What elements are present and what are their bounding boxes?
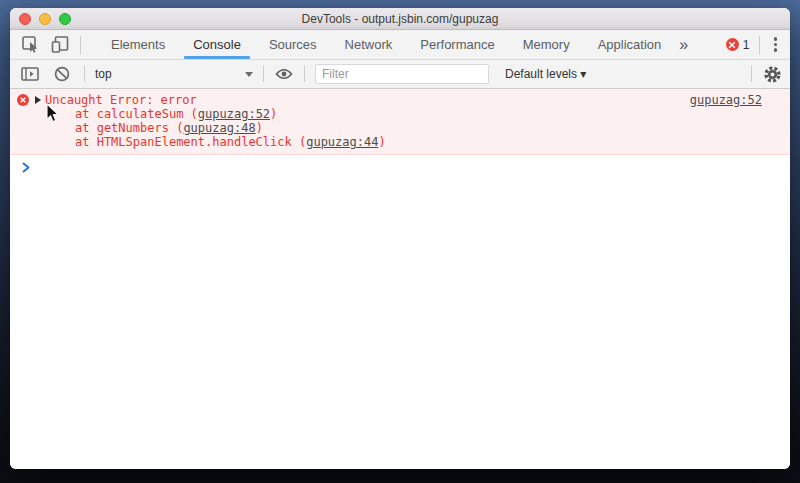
levels-value: Default levels ▾	[505, 67, 586, 81]
console-prompt[interactable]	[10, 155, 790, 173]
console-messages: Uncaught Error: error at calculateSum (g…	[10, 89, 790, 469]
context-value: top	[95, 67, 245, 81]
divider	[759, 36, 760, 54]
error-badge-icon	[726, 38, 739, 51]
error-source-link[interactable]: gupuzag:52	[690, 93, 762, 107]
tab-performance[interactable]: Performance	[406, 30, 508, 59]
console-sidebar-toggle[interactable]	[20, 64, 40, 84]
device-toolbar-button[interactable]	[50, 35, 70, 55]
error-count-badge[interactable]: 1	[726, 38, 750, 52]
inspect-element-button[interactable]	[20, 35, 40, 55]
expand-stack-triangle-icon[interactable]	[35, 96, 41, 104]
tab-network[interactable]: Network	[331, 30, 407, 59]
panel-tabbar: Elements Console Sources Network Perform…	[10, 30, 790, 60]
clear-console-button[interactable]	[52, 64, 72, 84]
device-toolbar-icon	[51, 36, 69, 53]
console-settings-button[interactable]	[762, 64, 782, 84]
stack-frame: at HTMLSpanElement.handleClick (gupuzag:…	[10, 135, 790, 149]
error-message-text: Uncaught Error: error	[45, 93, 197, 107]
stack-source-link[interactable]: gupuzag:48	[183, 121, 255, 135]
more-tabs-button[interactable]: »	[675, 30, 691, 59]
chevron-double-right-icon: »	[679, 36, 687, 54]
stack-source-link[interactable]: gupuzag:52	[198, 107, 270, 121]
tab-application[interactable]: Application	[584, 30, 676, 59]
log-levels-dropdown[interactable]: Default levels ▾	[499, 67, 592, 81]
eye-icon	[275, 68, 293, 80]
titlebar: DevTools - output.jsbin.com/gupuzag	[10, 8, 790, 30]
divider	[263, 66, 264, 82]
chevron-down-icon	[245, 72, 253, 77]
divider	[80, 36, 81, 54]
window-title: DevTools - output.jsbin.com/gupuzag	[10, 8, 790, 30]
console-error-message: Uncaught Error: error at calculateSum (g…	[10, 89, 790, 155]
console-toolbar: top Default levels ▾	[10, 60, 790, 89]
gear-icon	[763, 65, 782, 84]
devtools-menu-button[interactable]	[769, 37, 783, 52]
divider	[84, 66, 85, 82]
panel-tabs: Elements Console Sources Network Perform…	[97, 30, 691, 59]
stack-frame: at calculateSum (gupuzag:52)	[10, 107, 790, 121]
devtools-window: DevTools - output.jsbin.com/gupuzag	[10, 8, 790, 469]
tab-memory[interactable]: Memory	[509, 30, 584, 59]
tab-sources[interactable]: Sources	[255, 30, 331, 59]
filter-input[interactable]	[315, 64, 489, 84]
error-icon	[17, 94, 29, 106]
error-count: 1	[743, 38, 750, 52]
divider	[751, 66, 752, 82]
tab-console[interactable]: Console	[179, 30, 255, 59]
console-sidebar-icon	[21, 67, 39, 81]
live-expression-button[interactable]	[274, 64, 294, 84]
stack-source-link[interactable]: gupuzag:44	[306, 135, 378, 149]
inspect-icon	[22, 36, 39, 53]
stack-frame: at getNumbers (gupuzag:48)	[10, 121, 790, 135]
tab-elements[interactable]: Elements	[97, 30, 179, 59]
divider	[304, 66, 305, 82]
kebab-icon	[774, 37, 778, 41]
clear-console-icon	[54, 66, 70, 82]
javascript-context-selector[interactable]: top	[95, 67, 253, 81]
prompt-chevron-icon	[22, 162, 31, 173]
